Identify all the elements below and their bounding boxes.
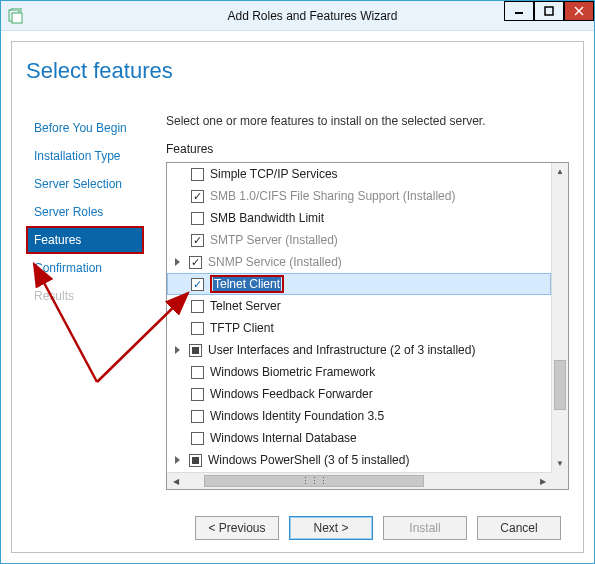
feature-label: Windows Identity Foundation 3.5 bbox=[210, 409, 384, 423]
maximize-button[interactable] bbox=[534, 1, 564, 21]
scroll-down-button[interactable]: ▼ bbox=[552, 455, 568, 472]
feature-label: Windows Biometric Framework bbox=[210, 365, 375, 379]
app-icon bbox=[1, 8, 31, 24]
feature-item[interactable]: SNMP Service (Installed) bbox=[167, 251, 551, 273]
scroll-track[interactable] bbox=[552, 180, 568, 455]
feature-label: Simple TCP/IP Services bbox=[210, 167, 338, 181]
page-heading: Select features bbox=[26, 58, 173, 84]
feature-checkbox[interactable] bbox=[191, 168, 204, 181]
feature-label: SMB 1.0/CIFS File Sharing Support (Insta… bbox=[210, 189, 455, 203]
feature-label: SMTP Server (Installed) bbox=[210, 233, 338, 247]
feature-item[interactable]: Telnet Client bbox=[167, 273, 551, 295]
vertical-scrollbar[interactable]: ▲ ▼ bbox=[551, 163, 568, 472]
feature-item[interactable]: Telnet Server bbox=[167, 295, 551, 317]
next-button[interactable]: Next > bbox=[289, 516, 373, 540]
features-listbox: Simple TCP/IP ServicesSMB 1.0/CIFS File … bbox=[166, 162, 569, 490]
expand-arrow-icon[interactable] bbox=[175, 346, 180, 354]
content-area: Select one or more features to install o… bbox=[166, 114, 569, 494]
button-row: < Previous Next > Install Cancel bbox=[195, 516, 561, 540]
svg-rect-1 bbox=[12, 13, 22, 23]
minimize-button[interactable] bbox=[504, 1, 534, 21]
instruction-text: Select one or more features to install o… bbox=[166, 114, 569, 128]
svg-rect-3 bbox=[545, 7, 553, 15]
features-label: Features bbox=[166, 142, 569, 156]
feature-checkbox[interactable] bbox=[189, 256, 202, 269]
feature-label: Windows PowerShell (3 of 5 installed) bbox=[208, 453, 409, 467]
inner-panel: Select features Before You Begin Install… bbox=[11, 41, 584, 553]
hscroll-right-button[interactable]: ▶ bbox=[534, 473, 551, 490]
horizontal-scrollbar[interactable]: ◀ ⋮⋮⋮ ▶ bbox=[167, 472, 551, 489]
feature-label: TFTP Client bbox=[210, 321, 274, 335]
feature-checkbox[interactable] bbox=[191, 278, 204, 291]
feature-item[interactable]: Simple TCP/IP Services bbox=[167, 163, 551, 185]
feature-checkbox[interactable] bbox=[191, 322, 204, 335]
feature-label: User Interfaces and Infrastructure (2 of… bbox=[208, 343, 475, 357]
feature-item[interactable]: SMTP Server (Installed) bbox=[167, 229, 551, 251]
feature-label: SNMP Service (Installed) bbox=[208, 255, 342, 269]
wizard-nav: Before You Begin Installation Type Serve… bbox=[26, 114, 144, 310]
feature-checkbox[interactable] bbox=[191, 410, 204, 423]
hscroll-left-button[interactable]: ◀ bbox=[167, 473, 184, 490]
feature-checkbox[interactable] bbox=[191, 366, 204, 379]
scroll-up-button[interactable]: ▲ bbox=[552, 163, 568, 180]
features-list-viewport: Simple TCP/IP ServicesSMB 1.0/CIFS File … bbox=[167, 163, 551, 472]
cancel-button[interactable]: Cancel bbox=[477, 516, 561, 540]
close-button[interactable] bbox=[564, 1, 594, 21]
nav-features[interactable]: Features bbox=[26, 226, 144, 254]
feature-checkbox[interactable] bbox=[189, 344, 202, 357]
feature-item[interactable]: Windows Identity Foundation 3.5 bbox=[167, 405, 551, 427]
nav-confirmation[interactable]: Confirmation bbox=[26, 254, 144, 282]
feature-item[interactable]: TFTP Client bbox=[167, 317, 551, 339]
nav-installation-type[interactable]: Installation Type bbox=[26, 142, 144, 170]
wizard-window: Add Roles and Features Wizard Select fea… bbox=[0, 0, 595, 564]
window-controls bbox=[504, 1, 594, 21]
hscroll-track[interactable]: ⋮⋮⋮ bbox=[184, 473, 534, 489]
feature-checkbox[interactable] bbox=[191, 432, 204, 445]
install-button: Install bbox=[383, 516, 467, 540]
feature-label: Telnet Server bbox=[210, 299, 281, 313]
feature-checkbox[interactable] bbox=[189, 454, 202, 467]
nav-server-selection[interactable]: Server Selection bbox=[26, 170, 144, 198]
previous-button[interactable]: < Previous bbox=[195, 516, 279, 540]
feature-label: SMB Bandwidth Limit bbox=[210, 211, 324, 225]
feature-item[interactable]: Windows Internal Database bbox=[167, 427, 551, 449]
hscroll-thumb[interactable]: ⋮⋮⋮ bbox=[204, 475, 424, 487]
feature-item[interactable]: Windows Biometric Framework bbox=[167, 361, 551, 383]
feature-item[interactable]: SMB 1.0/CIFS File Sharing Support (Insta… bbox=[167, 185, 551, 207]
nav-server-roles[interactable]: Server Roles bbox=[26, 198, 144, 226]
body: Select features Before You Begin Install… bbox=[1, 31, 594, 563]
nav-before-you-begin[interactable]: Before You Begin bbox=[26, 114, 144, 142]
expand-arrow-icon[interactable] bbox=[175, 456, 180, 464]
expand-arrow-icon[interactable] bbox=[175, 258, 180, 266]
titlebar: Add Roles and Features Wizard bbox=[1, 1, 594, 31]
feature-item[interactable]: Windows PowerShell (3 of 5 installed) bbox=[167, 449, 551, 471]
feature-checkbox[interactable] bbox=[191, 300, 204, 313]
feature-checkbox[interactable] bbox=[191, 212, 204, 225]
feature-checkbox[interactable] bbox=[191, 234, 204, 247]
feature-checkbox[interactable] bbox=[191, 190, 204, 203]
feature-checkbox[interactable] bbox=[191, 388, 204, 401]
feature-label: Telnet Client bbox=[210, 275, 284, 293]
scroll-corner bbox=[551, 472, 568, 489]
scroll-thumb[interactable] bbox=[554, 360, 566, 410]
feature-label: Windows Feedback Forwarder bbox=[210, 387, 373, 401]
feature-item[interactable]: Windows Feedback Forwarder bbox=[167, 383, 551, 405]
feature-item[interactable]: User Interfaces and Infrastructure (2 of… bbox=[167, 339, 551, 361]
nav-results: Results bbox=[26, 282, 144, 310]
feature-label: Windows Internal Database bbox=[210, 431, 357, 445]
feature-item[interactable]: SMB Bandwidth Limit bbox=[167, 207, 551, 229]
